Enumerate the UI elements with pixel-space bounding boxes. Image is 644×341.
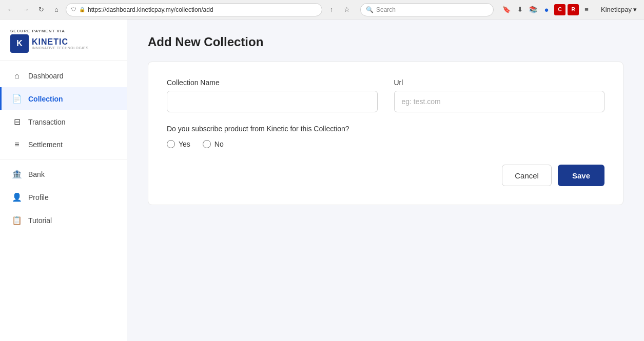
radio-group-subscribe: Yes No (167, 140, 604, 148)
sidebar-item-settlement[interactable]: ≡ Settlement (0, 133, 127, 156)
sidebar-item-tutorial[interactable]: 📋 Tutorial (0, 209, 127, 232)
sidebar-item-profile[interactable]: 👤 Profile (0, 186, 127, 209)
extension2-icon[interactable]: R (568, 4, 579, 15)
radio-no-input[interactable] (203, 140, 211, 148)
main-content: Add New Collection Collection Name Url D… (127, 19, 644, 341)
sidebar-item-collection[interactable]: 📄 Collection (0, 87, 127, 110)
radio-no-text: No (214, 140, 224, 148)
url-text: https://dashboard.kineticpay.my/collecti… (88, 6, 213, 13)
sidebar-nav: ⌂ Dashboard 📄 Collection ⊟ Transaction ≡… (0, 61, 127, 236)
menu-icon[interactable]: ≡ (581, 4, 592, 15)
form-row-names: Collection Name Url (167, 78, 604, 112)
form-card: Collection Name Url Do you subscribe pro… (148, 62, 623, 205)
logo-brand-name: KINETIC (32, 38, 88, 46)
reload-button[interactable]: ↻ (35, 4, 47, 16)
bank-icon: 🏦 (12, 169, 22, 179)
subscribe-question: Do you subscribe product from Kinetic fo… (167, 125, 604, 133)
bookmark-icon[interactable]: ☆ (341, 4, 353, 16)
sidebar-label-dashboard: Dashboard (28, 72, 64, 80)
logo-brand-sub: INNOVATIVE TECHNOLOGIES (32, 46, 88, 50)
sidebar-item-transaction[interactable]: ⊟ Transaction (0, 110, 127, 133)
forward-button[interactable]: → (19, 4, 32, 16)
search-icon: 🔍 (366, 6, 374, 13)
lock-icon: 🔒 (79, 7, 85, 12)
collection-name-input[interactable] (167, 91, 378, 112)
sidebar-label-settlement: Settlement (28, 141, 63, 149)
extension1-icon[interactable]: C (554, 4, 565, 15)
profile-circle-icon[interactable]: ● (541, 4, 552, 15)
sidebar-label-profile: Profile (28, 193, 49, 202)
transaction-icon: ⊟ (12, 117, 22, 127)
url-label: Url (394, 78, 605, 87)
download-icon[interactable]: ⬇ (514, 4, 525, 15)
logo-letter: K (16, 39, 23, 48)
page-title: Add New Collection (148, 35, 623, 49)
kineticpay-username: Kineticpay (601, 6, 632, 13)
cancel-button[interactable]: Cancel (502, 165, 552, 186)
kineticpay-user-menu[interactable]: Kineticpay ▾ (598, 4, 640, 15)
sidebar-logo: SECURE PAYMENT VIA K KINETIC INNOVATIVE … (0, 19, 127, 61)
tutorial-icon: 📋 (12, 215, 22, 225)
dropdown-arrow: ▾ (633, 6, 637, 13)
search-placeholder: Search (376, 6, 396, 13)
sidebar-divider (0, 159, 127, 159)
form-group-url: Url (394, 78, 605, 112)
url-bar[interactable]: 🛡 🔒 https://dashboard.kineticpay.my/coll… (66, 3, 322, 16)
profile-icon: 👤 (12, 192, 22, 202)
library-icon[interactable]: 📚 (528, 4, 539, 15)
history-forward-icon[interactable]: ↑ (325, 4, 338, 16)
save-button[interactable]: Save (558, 165, 604, 186)
form-group-collection-name: Collection Name (167, 78, 378, 112)
url-input[interactable] (394, 91, 605, 112)
pocket-icon[interactable]: 🔖 (501, 4, 512, 15)
browser-actions: 🔖 ⬇ 📚 ● C R ≡ (501, 4, 592, 15)
radio-yes-label[interactable]: Yes (167, 140, 190, 148)
shield-icon: 🛡 (71, 7, 76, 12)
radio-no-label[interactable]: No (203, 140, 224, 148)
app-layout: SECURE PAYMENT VIA K KINETIC INNOVATIVE … (0, 19, 644, 341)
radio-yes-text: Yes (179, 140, 190, 148)
browser-chrome: ← → ↻ ⌂ 🛡 🔒 https://dashboard.kineticpay… (0, 0, 644, 19)
sidebar-label-transaction: Transaction (28, 118, 66, 126)
back-button[interactable]: ← (4, 4, 16, 16)
collection-name-label: Collection Name (167, 78, 378, 87)
sidebar-item-bank[interactable]: 🏦 Bank (0, 163, 127, 186)
sidebar: SECURE PAYMENT VIA K KINETIC INNOVATIVE … (0, 19, 127, 341)
sidebar-label-tutorial: Tutorial (28, 216, 52, 225)
sidebar-label-collection: Collection (28, 95, 63, 103)
sidebar-item-dashboard[interactable]: ⌂ Dashboard (0, 65, 127, 87)
sidebar-label-bank: Bank (28, 170, 45, 178)
search-bar[interactable]: 🔍 Search (360, 3, 494, 16)
home-button[interactable]: ⌂ (50, 4, 63, 16)
form-actions: Cancel Save (167, 165, 604, 186)
home-icon: ⌂ (12, 71, 22, 81)
settlement-icon: ≡ (12, 140, 22, 149)
logo-secure-text: SECURE PAYMENT VIA (10, 29, 116, 33)
radio-yes-input[interactable] (167, 140, 175, 148)
logo-icon: K (10, 34, 29, 53)
document-icon: 📄 (12, 94, 22, 104)
